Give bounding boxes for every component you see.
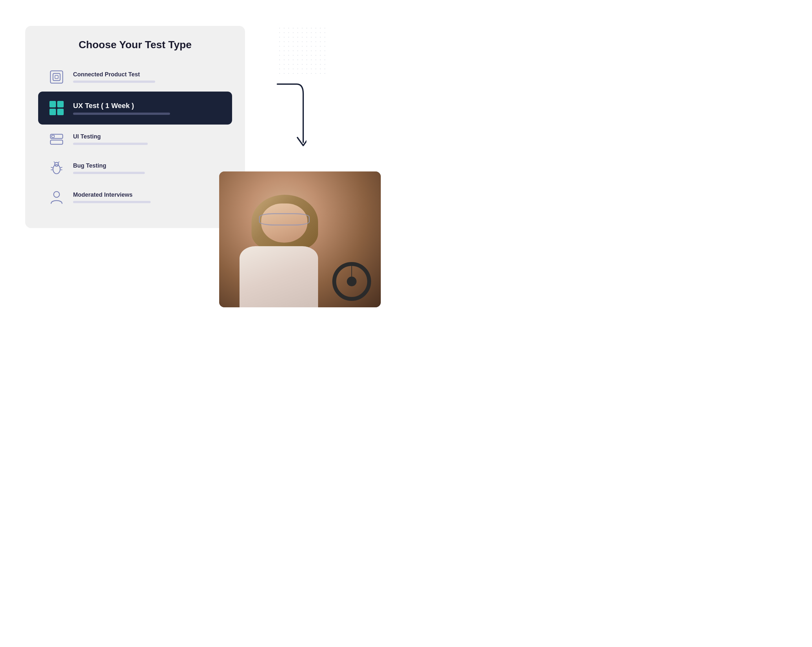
main-scene: Choose Your Test Type Connected Product … [25, 16, 381, 307]
bug-testing-label: Bug Testing [73, 162, 222, 169]
arrow-decoration [271, 81, 310, 165]
bug-testing-content: Bug Testing [73, 162, 222, 174]
svg-line-16 [60, 167, 62, 168]
car-interior-image [219, 171, 381, 307]
connected-product-icon [49, 70, 64, 84]
ux-test-bar [73, 113, 170, 115]
ui-testing-icon [49, 132, 64, 147]
svg-line-12 [54, 162, 55, 163]
bug-testing-icon-wrap [48, 159, 65, 177]
bug-testing-bar [73, 172, 145, 174]
moderated-interviews-bar [73, 201, 151, 203]
test-item-bug-testing[interactable]: Bug Testing [41, 154, 229, 183]
test-type-list: Connected Product Test UX Test ( 1 [41, 63, 229, 212]
test-type-card: Choose Your Test Type Connected Product … [25, 26, 245, 228]
svg-rect-0 [50, 71, 63, 83]
svg-rect-7 [50, 134, 63, 138]
ui-testing-label: UI Testing [73, 133, 222, 140]
svg-rect-3 [49, 101, 56, 107]
test-item-ui-testing[interactable]: UI Testing [41, 125, 229, 154]
moderated-interviews-label: Moderated Interviews [73, 191, 222, 198]
ux-test-icon [48, 99, 65, 116]
test-item-connected-product[interactable]: Connected Product Test [41, 63, 229, 92]
down-arrow-icon [271, 81, 307, 162]
ux-test-icon-wrap [48, 99, 65, 117]
steering-wheel [332, 262, 371, 301]
bug-testing-icon [49, 161, 64, 176]
svg-rect-6 [57, 109, 64, 115]
test-item-moderated-interviews[interactable]: Moderated Interviews [41, 183, 229, 212]
card-title: Choose Your Test Type [41, 39, 229, 51]
svg-rect-2 [55, 75, 58, 79]
svg-line-14 [51, 167, 53, 168]
connected-product-bar [73, 81, 155, 83]
svg-rect-8 [50, 140, 63, 144]
svg-rect-9 [52, 135, 54, 138]
person-silhouette [227, 185, 348, 307]
svg-point-18 [53, 191, 60, 197]
moderated-interviews-content: Moderated Interviews [73, 191, 222, 203]
ux-test-label: UX Test ( 1 Week ) [73, 102, 222, 110]
moderated-interviews-icon [49, 190, 64, 205]
car-photo [219, 171, 381, 307]
test-item-ux-test[interactable]: UX Test ( 1 Week ) [38, 92, 232, 125]
svg-line-13 [58, 162, 59, 163]
ux-test-content: UX Test ( 1 Week ) [73, 102, 222, 115]
ui-testing-icon-wrap [48, 130, 65, 148]
ui-testing-bar [73, 143, 148, 145]
connected-product-icon-wrap [48, 68, 65, 86]
connected-product-label: Connected Product Test [73, 71, 222, 78]
shirt-element [240, 246, 318, 307]
connected-product-content: Connected Product Test [73, 71, 222, 83]
ui-testing-content: UI Testing [73, 133, 222, 145]
glasses-element [259, 213, 310, 225]
svg-rect-5 [49, 109, 56, 115]
svg-rect-4 [57, 101, 64, 107]
moderated-interviews-icon-wrap [48, 189, 65, 206]
dots-top-right-decoration [277, 26, 329, 78]
svg-rect-1 [53, 73, 60, 81]
